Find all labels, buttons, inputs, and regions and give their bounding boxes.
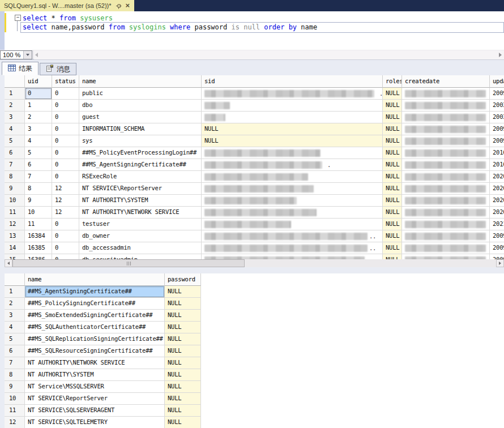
column-header-rownum[interactable]	[5, 273, 25, 286]
row-header[interactable]: 13	[5, 230, 25, 242]
cell-uid[interactable]: 0	[25, 88, 52, 100]
cell-roles[interactable]: NULL	[383, 159, 402, 171]
cell-sid[interactable]: NULL	[202, 123, 383, 135]
cell-uid[interactable]: 16386	[25, 254, 52, 259]
cell-sid[interactable]	[202, 195, 383, 207]
row-header[interactable]: 2	[5, 100, 25, 112]
scroll-right-icon[interactable]	[496, 259, 504, 267]
cell-password[interactable]: NULL	[165, 286, 201, 298]
cell-roles[interactable]: NULL	[383, 230, 402, 242]
cell-password[interactable]: NULL	[165, 417, 201, 428]
row-header[interactable]: 12	[5, 219, 25, 230]
cell-password[interactable]: NULL	[165, 345, 201, 357]
cell-createdate[interactable]	[402, 159, 490, 171]
cell-sid[interactable]: .	[202, 88, 383, 100]
row-header[interactable]: 5	[5, 135, 25, 147]
cell-name[interactable]: public	[79, 88, 202, 100]
cell-name[interactable]: NT SERVICE\SQLSERVERAGENT	[25, 405, 165, 417]
cell-createdate[interactable]	[402, 242, 490, 254]
cell-name[interactable]: ##MS_SmoExtendedSigningCertificate##	[25, 310, 165, 322]
row-header[interactable]: 6	[5, 345, 25, 357]
column-header-createdate[interactable]: createdate	[402, 75, 490, 88]
cell-roles[interactable]: NULL	[383, 88, 402, 100]
cell-roles[interactable]: NULL	[383, 100, 402, 112]
cell-sid[interactable]: NULL	[202, 135, 383, 147]
cell-sid[interactable]	[202, 254, 383, 259]
cell-upd[interactable]: 2021	[490, 219, 504, 230]
cell-name[interactable]: NT Service\MSSQLSERVER	[25, 381, 165, 393]
cell-status[interactable]: 0	[52, 242, 79, 254]
cell-status[interactable]: 0	[52, 112, 79, 123]
cell-createdate[interactable]	[402, 135, 490, 147]
cell-roles[interactable]: NULL	[383, 254, 402, 259]
cell-upd[interactable]: 2009	[490, 230, 504, 242]
cell-uid[interactable]: 9	[25, 195, 52, 207]
cell-createdate[interactable]	[402, 183, 490, 195]
cell-upd[interactable]: 2016	[490, 159, 504, 171]
cell-password[interactable]: NULL	[165, 322, 201, 333]
cell-sid[interactable]	[202, 207, 383, 219]
code-fold-toggle-icon[interactable]: −	[15, 15, 21, 21]
cell-createdate[interactable]	[402, 254, 490, 259]
row-header[interactable]: 9	[5, 381, 25, 393]
cell-password[interactable]: NULL	[165, 310, 201, 322]
cell-upd[interactable]: 2009	[490, 254, 504, 259]
row-header[interactable]: 7	[5, 357, 25, 369]
cell-password[interactable]: NULL	[165, 333, 201, 345]
document-tab[interactable]: SQLQuery1.sql - W....master (sa (52))* ×	[0, 0, 134, 11]
cell-upd[interactable]: 2020	[490, 183, 504, 195]
cell-roles[interactable]: NULL	[383, 195, 402, 207]
cell-name[interactable]: db_securityadmin	[79, 254, 202, 259]
tab-messages[interactable]: 消息	[40, 63, 76, 75]
row-header[interactable]: 7	[5, 159, 25, 171]
row-header[interactable]: 12	[5, 417, 25, 428]
cell-sid[interactable]	[202, 112, 383, 123]
cell-uid[interactable]: 16384	[25, 230, 52, 242]
cell-upd[interactable]: 2020	[490, 207, 504, 219]
cell-name[interactable]: ##MS_SQLResourceSigningCertificate##	[25, 345, 165, 357]
cell-name[interactable]: ##MS_PolicyEventProcessingLogin##	[79, 147, 202, 159]
editor-horizontal-scrollbar[interactable]	[34, 50, 504, 59]
cell-status[interactable]: 0	[52, 123, 79, 135]
cell-upd[interactable]: 2009	[490, 242, 504, 254]
cell-name[interactable]: ##MS_AgentSigningCertificate##	[25, 286, 165, 298]
cell-name[interactable]: testuser	[79, 219, 202, 230]
cell-password[interactable]: NULL	[165, 369, 201, 381]
cell-createdate[interactable]	[402, 195, 490, 207]
column-header-upd[interactable]: upda	[490, 75, 504, 88]
cell-sid[interactable]: ..	[202, 242, 383, 254]
row-header[interactable]: 15	[5, 254, 25, 259]
row-header[interactable]: 8	[5, 171, 25, 183]
row-header[interactable]: 14	[5, 242, 25, 254]
row-header[interactable]: 3	[5, 112, 25, 123]
cell-status[interactable]: 0	[52, 135, 79, 147]
cell-roles[interactable]: NULL	[383, 219, 402, 230]
cell-uid[interactable]: 7	[25, 171, 52, 183]
cell-name[interactable]: NT AUTHORITY\NETWORK SERVICE	[79, 207, 202, 219]
cell-createdate[interactable]	[402, 147, 490, 159]
cell-upd[interactable]: 2020	[490, 195, 504, 207]
cell-name[interactable]: NT AUTHORITY\NETWORK SERVICE	[25, 357, 165, 369]
cell-sid[interactable]	[202, 171, 383, 183]
column-header-name[interactable]: name	[25, 273, 165, 286]
cell-sid[interactable]	[202, 147, 383, 159]
cell-upd[interactable]: 2020	[490, 171, 504, 183]
cell-sid[interactable]: ..	[202, 230, 383, 242]
cell-upd[interactable]: 2009	[490, 123, 504, 135]
cell-createdate[interactable]	[402, 171, 490, 183]
cell-roles[interactable]: NULL	[383, 112, 402, 123]
cell-status[interactable]: 0	[52, 254, 79, 259]
cell-uid[interactable]: 5	[25, 147, 52, 159]
cell-name[interactable]: ##MS_SQLAuthenticatorCertificate##	[25, 322, 165, 333]
close-icon[interactable]: ×	[126, 1, 130, 11]
cell-sid[interactable]	[202, 100, 383, 112]
row-header[interactable]: 9	[5, 183, 25, 195]
cell-uid[interactable]: 16385	[25, 242, 52, 254]
column-header-password[interactable]: password	[165, 273, 201, 286]
cell-createdate[interactable]	[402, 230, 490, 242]
editor-line-1[interactable]: select * from sysusers	[23, 14, 113, 23]
sql-editor[interactable]: − select * from sysusers select name,pas…	[0, 11, 504, 50]
cell-status[interactable]: 12	[52, 183, 79, 195]
cell-name[interactable]: NT SERVICE\ReportServer	[25, 393, 165, 405]
cell-uid[interactable]: 2	[25, 112, 52, 123]
